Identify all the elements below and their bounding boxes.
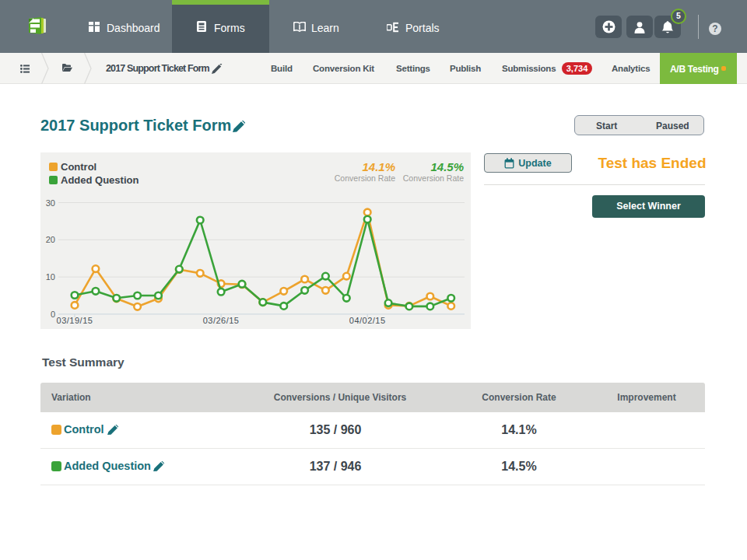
svg-text:Control: Control (61, 161, 96, 173)
svg-text:14.1%: 14.1% (362, 160, 395, 173)
svg-text:Added Question: Added Question (61, 174, 139, 186)
svg-text:30: 30 (46, 198, 55, 208)
svg-text:04/02/15: 04/02/15 (349, 316, 386, 325)
svg-text:0: 0 (51, 310, 55, 319)
svg-text:14.5%: 14.5% (430, 160, 464, 173)
svg-text:03/26/15: 03/26/15 (203, 316, 240, 325)
svg-text:Conversion Rate: Conversion Rate (403, 173, 464, 183)
svg-text:20: 20 (46, 235, 55, 244)
svg-text:Conversion Rate: Conversion Rate (335, 173, 395, 183)
svg-text:10: 10 (46, 272, 55, 282)
svg-text:03/19/15: 03/19/15 (57, 316, 93, 325)
